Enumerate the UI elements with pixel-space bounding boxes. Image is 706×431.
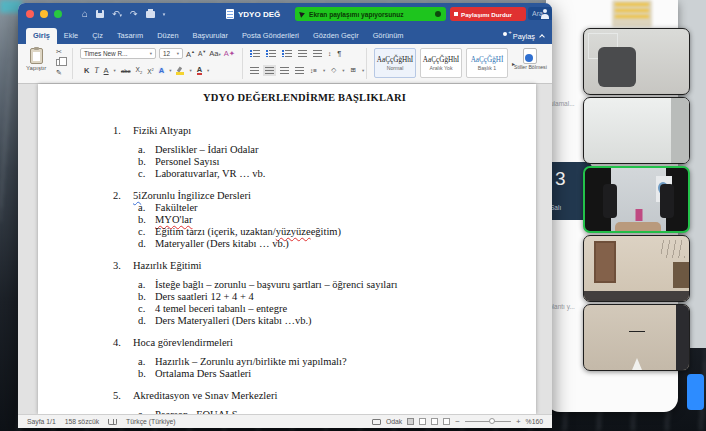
zoom-in-button[interactable]: + xyxy=(516,418,521,426)
redo-icon[interactable]: ↷ xyxy=(130,3,138,25)
styles-pane-button[interactable]: Stiller Bölmesi xyxy=(514,48,547,71)
text-effects-icon[interactable]: A xyxy=(159,66,164,75)
page-indicator[interactable]: Sayfa 1/1 xyxy=(27,418,56,425)
share-button[interactable]: Paylaş xyxy=(501,32,544,41)
grow-font-icon[interactable]: A▲ xyxy=(186,49,195,59)
ribbon-tabs: Giriş Ekle Çiz Tasarım Düzen Başvurular … xyxy=(18,25,552,44)
align-left-icon[interactable] xyxy=(250,67,259,74)
copy-icon[interactable] xyxy=(56,59,62,66)
view-print-layout-button[interactable] xyxy=(407,418,414,425)
focus-toggle[interactable]: Odak xyxy=(386,418,402,425)
view-web-layout-button[interactable] xyxy=(419,418,426,425)
cut-icon[interactable]: ✂ xyxy=(56,48,62,56)
increase-indent-icon[interactable] xyxy=(313,50,322,57)
undo-icon[interactable]: ↶▾ xyxy=(112,3,122,26)
style-sample: AaÇçĞğHhİ xyxy=(377,56,413,64)
shading-icon[interactable]: ◇ xyxy=(331,66,336,74)
multilevel-list-icon[interactable] xyxy=(285,50,292,57)
save-icon[interactable] xyxy=(96,3,104,25)
tab-gozden-gecir[interactable]: Gözden Geçir xyxy=(306,28,366,44)
document-page[interactable]: YDYO DEĞERLENDİRME BAŞLIKLARI 1. Fiziki … xyxy=(38,84,536,414)
view-outline-button[interactable] xyxy=(431,418,438,425)
justify-icon[interactable] xyxy=(295,67,304,74)
paragraph-marks-icon[interactable]: ¶ xyxy=(337,49,341,58)
zoom-slider-knob[interactable] xyxy=(489,418,495,424)
clear-formatting-icon[interactable]: A✦ xyxy=(224,49,235,58)
doc-list-item: c.Eğitim tarzı (içerik, uzaktan/yüzyüze … xyxy=(138,226,496,238)
tab-duzen[interactable]: Düzen xyxy=(150,28,185,44)
toolbar-options-icon[interactable]: ▾ xyxy=(163,3,166,25)
format-painter-icon[interactable]: ✎ xyxy=(56,69,62,77)
close-button[interactable] xyxy=(26,10,34,18)
spellcheck-word: yüzyüze xyxy=(276,226,311,238)
tab-giris[interactable]: Giriş xyxy=(26,28,57,44)
italic-button[interactable]: T xyxy=(94,66,98,75)
print-icon[interactable] xyxy=(146,3,155,25)
underline-button[interactable]: A xyxy=(104,66,109,75)
view-draft-button[interactable] xyxy=(443,418,450,425)
zoom-slider[interactable] xyxy=(465,421,511,422)
meeting-app-text-fragment: plantı y... xyxy=(549,303,575,310)
decrease-indent-icon[interactable] xyxy=(298,50,307,57)
bullet-list-icon[interactable] xyxy=(253,50,260,57)
borders-icon[interactable]: ⊞ xyxy=(351,66,356,74)
meeting-app-text-fragment: ulamal... xyxy=(550,100,575,107)
line-spacing-icon[interactable]: ↕≡ xyxy=(310,67,317,74)
list-number: 2. xyxy=(113,190,133,202)
doc-list-item: c.Laboratuvarlar, VR … vb. xyxy=(138,168,496,180)
tab-tasarim[interactable]: Tasarım xyxy=(110,28,150,44)
minimize-button[interactable] xyxy=(40,10,48,18)
highlight-color-icon[interactable] xyxy=(176,67,184,75)
align-right-icon[interactable] xyxy=(280,67,289,74)
style-normal[interactable]: AaÇçĞğHhİ Normal xyxy=(374,48,416,78)
change-case-icon[interactable]: Aa▾ xyxy=(209,49,220,58)
heading-text: Fiziki Altyapı xyxy=(133,125,191,137)
align-center-icon[interactable] xyxy=(265,67,274,74)
doc-list-item: a.İsteğe bağlı – zorunlu – başvuru şartl… xyxy=(138,279,496,291)
subscript-button[interactable]: X2 xyxy=(136,66,143,75)
share-presence-icon[interactable] xyxy=(540,9,550,19)
participant-video-5[interactable] xyxy=(583,304,690,371)
tab-posta-gonderileri[interactable]: Posta Gönderileri xyxy=(235,28,306,44)
participant-video-1[interactable] xyxy=(583,28,690,95)
participant-video-2[interactable] xyxy=(583,97,690,164)
home-icon[interactable]: ⌂ xyxy=(82,3,88,25)
font-size-value: 12 xyxy=(163,50,170,57)
paste-button[interactable]: Yapıştır xyxy=(26,48,46,71)
collapse-ribbon-icon[interactable] xyxy=(539,34,545,40)
status-bar: Sayfa 1/1 158 sözcük Türkçe (Türkiye) Od… xyxy=(18,414,552,428)
zoom-out-button[interactable]: − xyxy=(455,418,460,426)
font-size-select[interactable]: 12▾ xyxy=(159,48,183,59)
tab-gorunum[interactable]: Görünüm xyxy=(366,28,411,44)
language-indicator[interactable]: Türkçe (Türkiye) xyxy=(126,418,175,425)
proofing-status-icon[interactable] xyxy=(108,419,117,425)
participant-video-3-active-speaker[interactable] xyxy=(583,166,690,233)
sort-icon[interactable]: ↕ xyxy=(328,50,331,57)
office-door xyxy=(594,241,616,283)
participant-video-4[interactable] xyxy=(583,235,690,302)
list-number: 4. xyxy=(113,337,133,349)
doc-section-4: 4. Hoca görevlendirmeleri a.Hazırlık – Z… xyxy=(113,337,496,380)
shrink-font-icon[interactable]: A▼ xyxy=(198,49,206,57)
word-count[interactable]: 158 sözcük xyxy=(65,418,99,425)
meeting-app-blue-button[interactable] xyxy=(687,374,704,410)
style-baslik-1[interactable]: AaÇçĞğHİ Başlık 1 xyxy=(466,48,508,78)
font-name-select[interactable]: Times New R...▾ xyxy=(80,48,156,59)
doc-list-item: a.Hazırlık – Zorunlu ayrı/birlikte mi ya… xyxy=(138,356,496,368)
doc-list-item: b.Ortalama Ders Saatleri xyxy=(138,368,496,380)
tab-ciz[interactable]: Çiz xyxy=(85,28,110,44)
numbered-list-icon[interactable] xyxy=(269,50,276,57)
window-title: YDYO DEĞ xyxy=(238,10,280,19)
tab-ekle[interactable]: Ekle xyxy=(57,28,85,44)
doc-list-item: d.Materyaller (Ders kitabı … vb.) xyxy=(138,238,496,250)
style-aralik-yok[interactable]: AaÇçĞğHhİ Aralık Yok xyxy=(420,48,462,78)
strikethrough-button[interactable]: abc xyxy=(121,68,131,74)
font-color-icon[interactable]: A xyxy=(197,66,202,75)
superscript-button[interactable]: X2 xyxy=(147,67,154,75)
zoom-percentage[interactable]: %160 xyxy=(526,418,543,425)
fullscreen-button[interactable] xyxy=(54,10,62,18)
stop-share-button[interactable]: Paylaşımı Durdur xyxy=(450,7,526,21)
tab-basvurular[interactable]: Başvurular xyxy=(186,28,235,44)
list-number: 5. xyxy=(113,390,133,402)
bold-button[interactable]: K xyxy=(84,66,89,75)
